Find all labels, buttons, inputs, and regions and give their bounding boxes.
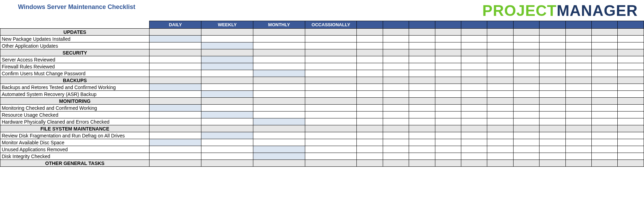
checklist-cell[interactable] bbox=[461, 36, 487, 42]
checklist-cell[interactable] bbox=[357, 84, 383, 91]
checklist-cell[interactable] bbox=[565, 118, 591, 125]
checklist-cell[interactable] bbox=[253, 70, 305, 77]
checklist-cell[interactable] bbox=[487, 146, 513, 153]
checklist-cell[interactable] bbox=[565, 42, 591, 49]
checklist-cell[interactable] bbox=[513, 153, 539, 160]
checklist-cell[interactable] bbox=[539, 84, 565, 91]
checklist-cell[interactable] bbox=[435, 56, 461, 63]
checklist-cell[interactable] bbox=[305, 132, 357, 139]
checklist-cell[interactable] bbox=[565, 153, 591, 160]
checklist-cell[interactable] bbox=[618, 42, 644, 49]
checklist-cell[interactable] bbox=[357, 42, 383, 49]
checklist-cell[interactable] bbox=[435, 118, 461, 125]
checklist-cell[interactable] bbox=[149, 70, 201, 77]
checklist-cell[interactable] bbox=[409, 132, 435, 139]
checklist-cell[interactable] bbox=[513, 56, 539, 63]
checklist-cell[interactable] bbox=[149, 132, 201, 139]
checklist-cell[interactable] bbox=[357, 132, 383, 139]
checklist-cell[interactable] bbox=[618, 139, 644, 146]
checklist-cell[interactable] bbox=[618, 112, 644, 118]
checklist-cell[interactable] bbox=[383, 105, 409, 112]
checklist-cell[interactable] bbox=[357, 70, 383, 77]
checklist-cell[interactable] bbox=[409, 70, 435, 77]
checklist-cell[interactable] bbox=[409, 56, 435, 63]
checklist-cell[interactable] bbox=[149, 112, 201, 118]
checklist-cell[interactable] bbox=[592, 132, 618, 139]
checklist-cell[interactable] bbox=[618, 84, 644, 91]
checklist-cell[interactable] bbox=[487, 105, 513, 112]
checklist-cell[interactable] bbox=[565, 63, 591, 70]
checklist-cell[interactable] bbox=[305, 42, 357, 49]
checklist-cell[interactable] bbox=[357, 105, 383, 112]
checklist-cell[interactable] bbox=[487, 42, 513, 49]
checklist-cell[interactable] bbox=[435, 105, 461, 112]
checklist-cell[interactable] bbox=[201, 139, 253, 146]
checklist-cell[interactable] bbox=[592, 63, 618, 70]
checklist-cell[interactable] bbox=[305, 63, 357, 70]
checklist-cell[interactable] bbox=[409, 42, 435, 49]
checklist-cell[interactable] bbox=[253, 139, 305, 146]
checklist-cell[interactable] bbox=[253, 105, 305, 112]
checklist-cell[interactable] bbox=[461, 132, 487, 139]
checklist-cell[interactable] bbox=[618, 36, 644, 42]
checklist-cell[interactable] bbox=[565, 91, 591, 98]
checklist-cell[interactable] bbox=[409, 36, 435, 42]
checklist-cell[interactable] bbox=[565, 84, 591, 91]
checklist-cell[interactable] bbox=[357, 118, 383, 125]
checklist-cell[interactable] bbox=[618, 132, 644, 139]
checklist-cell[interactable] bbox=[539, 153, 565, 160]
checklist-cell[interactable] bbox=[409, 139, 435, 146]
checklist-cell[interactable] bbox=[383, 42, 409, 49]
checklist-cell[interactable] bbox=[539, 42, 565, 49]
checklist-cell[interactable] bbox=[461, 118, 487, 125]
checklist-cell[interactable] bbox=[253, 91, 305, 98]
checklist-cell[interactable] bbox=[253, 146, 305, 153]
checklist-cell[interactable] bbox=[565, 105, 591, 112]
checklist-cell[interactable] bbox=[383, 56, 409, 63]
checklist-cell[interactable] bbox=[435, 153, 461, 160]
checklist-cell[interactable] bbox=[357, 153, 383, 160]
checklist-cell[interactable] bbox=[487, 36, 513, 42]
checklist-cell[interactable] bbox=[461, 84, 487, 91]
checklist-cell[interactable] bbox=[592, 84, 618, 91]
checklist-cell[interactable] bbox=[539, 105, 565, 112]
checklist-cell[interactable] bbox=[253, 132, 305, 139]
checklist-cell[interactable] bbox=[513, 146, 539, 153]
checklist-cell[interactable] bbox=[201, 91, 253, 98]
checklist-cell[interactable] bbox=[618, 118, 644, 125]
checklist-cell[interactable] bbox=[487, 118, 513, 125]
checklist-cell[interactable] bbox=[201, 70, 253, 77]
checklist-cell[interactable] bbox=[201, 63, 253, 70]
checklist-cell[interactable] bbox=[201, 56, 253, 63]
checklist-cell[interactable] bbox=[513, 91, 539, 98]
checklist-cell[interactable] bbox=[149, 139, 201, 146]
checklist-cell[interactable] bbox=[435, 36, 461, 42]
checklist-cell[interactable] bbox=[383, 153, 409, 160]
checklist-cell[interactable] bbox=[487, 63, 513, 70]
checklist-cell[interactable] bbox=[149, 153, 201, 160]
checklist-cell[interactable] bbox=[539, 56, 565, 63]
checklist-cell[interactable] bbox=[592, 146, 618, 153]
checklist-cell[interactable] bbox=[201, 132, 253, 139]
checklist-cell[interactable] bbox=[565, 139, 591, 146]
checklist-cell[interactable] bbox=[149, 42, 201, 49]
checklist-cell[interactable] bbox=[461, 70, 487, 77]
checklist-cell[interactable] bbox=[513, 70, 539, 77]
checklist-cell[interactable] bbox=[409, 91, 435, 98]
checklist-cell[interactable] bbox=[592, 56, 618, 63]
checklist-cell[interactable] bbox=[565, 112, 591, 118]
checklist-cell[interactable] bbox=[383, 139, 409, 146]
checklist-cell[interactable] bbox=[435, 91, 461, 98]
checklist-cell[interactable] bbox=[383, 146, 409, 153]
checklist-cell[interactable] bbox=[435, 132, 461, 139]
checklist-cell[interactable] bbox=[618, 105, 644, 112]
checklist-cell[interactable] bbox=[383, 84, 409, 91]
checklist-cell[interactable] bbox=[539, 63, 565, 70]
checklist-cell[interactable] bbox=[487, 132, 513, 139]
checklist-cell[interactable] bbox=[201, 153, 253, 160]
checklist-cell[interactable] bbox=[565, 56, 591, 63]
checklist-cell[interactable] bbox=[461, 56, 487, 63]
checklist-cell[interactable] bbox=[383, 118, 409, 125]
checklist-cell[interactable] bbox=[305, 153, 357, 160]
checklist-cell[interactable] bbox=[539, 36, 565, 42]
